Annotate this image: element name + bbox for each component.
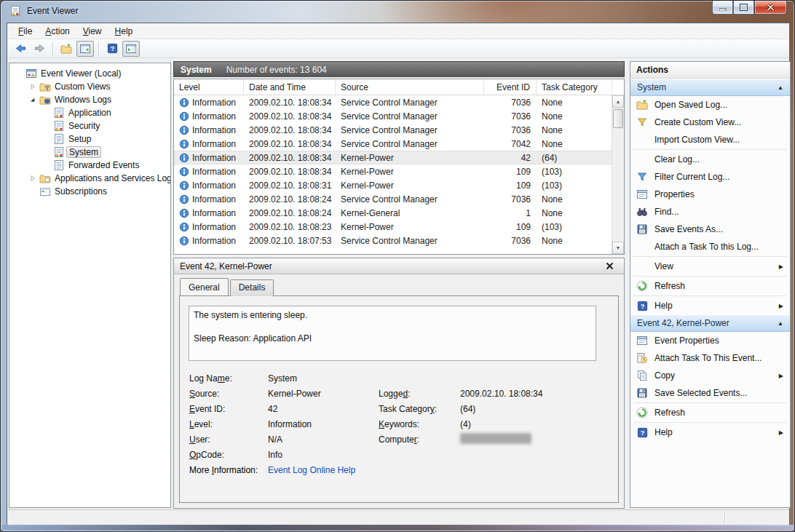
collapse-icon[interactable]: ▲ [778, 84, 783, 91]
action-create-custom-view[interactable]: Create Custom View... [630, 114, 790, 131]
events-table-body: Information2009.02.10. 18:08:34Service C… [174, 95, 624, 247]
open-saved-log-button[interactable] [58, 41, 75, 57]
info-icon [179, 222, 189, 232]
event-row[interactable]: Information2009.02.10. 18:08:23Kernel-Po… [174, 220, 624, 234]
event-source-cell: Kernel-General [336, 208, 484, 218]
collapse-icon[interactable]: ▲ [778, 320, 783, 327]
tree-item-subscriptions[interactable]: Subscriptions [9, 185, 170, 198]
actions-section-event-42-kernel-power[interactable]: Event 42, Kernel-Power▲ [630, 314, 790, 332]
tree-item-setup[interactable]: Setup [9, 132, 170, 146]
action-view[interactable]: View▶ [630, 258, 790, 275]
column-header-event-id[interactable]: Event ID [484, 79, 537, 95]
tree-item-event-viewer-local[interactable]: Event Viewer (Local) [9, 67, 170, 80]
svg-text:?: ? [110, 45, 114, 52]
console-tree-toggle-button[interactable] [76, 41, 94, 57]
action-refresh[interactable]: Refresh [630, 277, 790, 295]
tree-item-applications-and-services-logs[interactable]: Applications and Services Logs [9, 172, 170, 185]
tree-item-custom-views[interactable]: Custom Views [9, 80, 170, 93]
action-attach-task-to-this-event[interactable]: Attach Task To This Event... [630, 349, 790, 367]
tree-item-forwarded-events[interactable]: Forwarded Events [9, 159, 170, 172]
copy-icon [636, 370, 648, 381]
scroll-thumb[interactable] [613, 109, 623, 128]
tree-item-windows-logs[interactable]: Windows Logs [9, 93, 170, 106]
event-level-text: Information [192, 153, 236, 163]
event-row[interactable]: Information2009.02.10. 18:08:34Service C… [174, 95, 624, 109]
event-row[interactable]: Information2009.02.10. 18:08:31Kernel-Po… [174, 178, 624, 192]
properties-icon [636, 335, 648, 346]
close-button[interactable] [754, 1, 787, 15]
event-row[interactable]: Information2009.02.10. 18:07:53Service C… [174, 234, 624, 247]
action-attach-a-task-to-this-log[interactable]: Attach a Task To this Log... [630, 238, 790, 255]
menu-help[interactable]: Help [108, 24, 140, 39]
event-description[interactable]: The system is entering sleep.Sleep Reaso… [189, 306, 596, 361]
event-date-cell: 2009.02.10. 18:08:34 [244, 167, 336, 177]
tree-spacer [12, 68, 25, 79]
log-plain-icon [52, 159, 65, 171]
tab-details[interactable]: Details [230, 279, 274, 296]
preview-close-icon[interactable] [605, 261, 615, 271]
help-button[interactable]: ? [103, 41, 121, 57]
event-row[interactable]: Information2009.02.10. 18:08:24Kernel-Ge… [174, 206, 624, 220]
event-id-cell: 7042 [484, 139, 537, 149]
tree-collapsed-icon[interactable] [26, 172, 39, 184]
column-header-task-category[interactable]: Task Category [537, 79, 612, 95]
action-help[interactable]: ?Help▶ [630, 424, 790, 441]
action-help[interactable]: ?Help▶ [630, 297, 790, 314]
action-pane-toggle-button[interactable] [122, 41, 140, 57]
event-row[interactable]: Information2009.02.10. 18:08:24Service C… [174, 192, 624, 206]
event-id-cell: 1 [484, 208, 537, 218]
event-row[interactable]: Information2009.02.10. 18:08:34Service C… [174, 123, 624, 137]
column-header-date-and-time[interactable]: Date and Time [244, 79, 336, 95]
event-row[interactable]: Information2009.02.10. 18:08:34Service C… [174, 109, 624, 123]
action-properties[interactable]: Properties [630, 186, 790, 203]
event-source-cell: Service Control Manager [336, 139, 484, 149]
event-id-cell: 109 [484, 180, 537, 191]
tab-general[interactable]: General [180, 278, 229, 295]
event-row[interactable]: Information2009.02.10. 18:08:34Service C… [174, 137, 624, 151]
menu-view[interactable]: View [76, 24, 108, 39]
event-task-cell: None [537, 194, 612, 205]
minimize-button[interactable] [712, 1, 733, 15]
info-icon [179, 194, 189, 205]
event-row[interactable]: Information2009.02.10. 18:08:34Kernel-Po… [174, 151, 624, 164]
column-header-level[interactable]: Level [174, 79, 244, 95]
tree-item-security[interactable]: Security [9, 119, 170, 132]
event-level-cell: Information [174, 194, 244, 205]
event-task-cell: (64) [537, 153, 612, 163]
action-copy[interactable]: Copy▶ [630, 367, 790, 384]
tree-item-application[interactable]: Application [9, 106, 170, 119]
event-row[interactable]: Information2009.02.10. 18:08:34Kernel-Po… [174, 164, 624, 178]
event-date-cell: 2009.02.10. 18:08:34 [244, 125, 336, 135]
scroll-up-button[interactable]: ▲ [612, 95, 624, 108]
event-task-cell: None [537, 236, 612, 246]
tree-item-system[interactable]: System [9, 146, 170, 159]
column-header-source[interactable]: Source [336, 79, 484, 95]
action-find[interactable]: Find... [630, 203, 790, 221]
title-bar[interactable]: Event Viewer [1, 1, 794, 23]
action-save-events-as[interactable]: Save Events As... [630, 221, 790, 238]
tree-expanded-icon[interactable] [26, 94, 39, 106]
event-id-cell: 7036 [484, 194, 537, 205]
action-event-properties[interactable]: Event Properties [630, 332, 790, 349]
forward-button[interactable] [31, 41, 48, 57]
forward-arrow-icon [33, 43, 46, 54]
action-label: Refresh [654, 408, 685, 418]
action-save-selected-events[interactable]: Save Selected Events... [630, 384, 790, 402]
maximize-button[interactable] [733, 1, 754, 15]
action-open-saved-log[interactable]: Open Saved Log... [630, 96, 790, 114]
tree-collapsed-icon[interactable] [26, 81, 39, 92]
menu-file[interactable]: File [12, 24, 39, 39]
back-button[interactable] [12, 41, 29, 57]
action-filter-current-log[interactable]: Filter Current Log... [630, 168, 790, 186]
event-log-online-help-link[interactable]: Event Log Online Help [268, 465, 355, 475]
scroll-down-button[interactable]: ▼ [612, 242, 624, 254]
action-clear-log[interactable]: Clear Log... [630, 151, 790, 168]
status-divider [724, 512, 725, 525]
actions-section-system[interactable]: System▲ [630, 79, 790, 96]
events-scrollbar[interactable]: ▲ ▼ [612, 95, 624, 254]
action-import-custom-view[interactable]: Import Custom View... [630, 131, 790, 148]
help-icon: ? [107, 43, 118, 54]
menu-action[interactable]: Action [39, 24, 76, 39]
action-refresh[interactable]: Refresh [630, 404, 790, 421]
event-task-cell: (103) [537, 167, 612, 177]
